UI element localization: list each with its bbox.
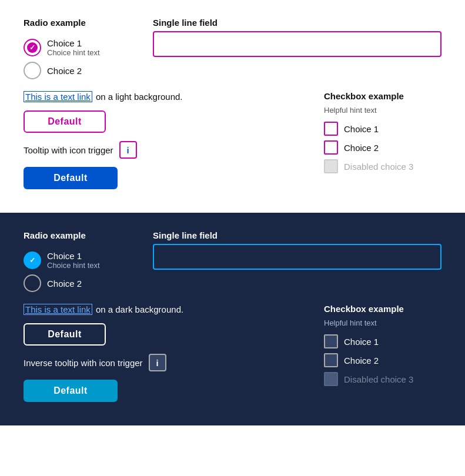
- radio-label-1-light: Choice 1: [47, 38, 100, 48]
- checkbox-box-1-light[interactable]: [324, 122, 338, 136]
- info-icon-label-light: i: [126, 145, 129, 155]
- checkbox-box-3-light: [324, 159, 338, 173]
- checkbox-box-2-dark[interactable]: [324, 353, 338, 367]
- link-row-light: This is a text link on a light backgroun…: [24, 91, 182, 102]
- info-icon-light[interactable]: i: [119, 141, 137, 159]
- text-input-light[interactable]: [153, 31, 441, 57]
- btn-outline-dark[interactable]: Default: [24, 323, 106, 346]
- checkbox-group-dark: Checkbox example Helpful hint text Choic…: [324, 304, 441, 386]
- radio-item-2-light[interactable]: Choice 2: [24, 62, 129, 79]
- field-label-light: Single line field: [153, 18, 441, 28]
- checkbox-hint-dark: Helpful hint text: [324, 319, 441, 327]
- checkbox-group-light: Checkbox example Helpful hint text Choic…: [324, 91, 441, 173]
- radio-label-group-1-dark: Choice 1 Choice hint text: [47, 251, 100, 270]
- checkbox-item-3-light: Disabled choice 3: [324, 159, 441, 173]
- field-label-dark: Single line field: [153, 230, 441, 240]
- checkbox-item-2-dark[interactable]: Choice 2: [324, 353, 441, 367]
- tooltip-row-light: Tooltip with icon trigger i: [24, 141, 182, 159]
- btn-filled-light[interactable]: Default: [24, 167, 118, 189]
- checkbox-box-3-dark: [324, 372, 338, 386]
- field-group-light: Single line field: [153, 18, 441, 57]
- checkbox-box-1-dark[interactable]: [324, 334, 338, 348]
- checkbox-hint-light: Helpful hint text: [324, 106, 441, 115]
- radio-label-2-light: Choice 2: [47, 66, 82, 76]
- radio-label-2-dark: Choice 2: [47, 279, 82, 289]
- checkbox-box-2-light[interactable]: [324, 140, 338, 155]
- radio-circle-2-dark[interactable]: [24, 274, 41, 292]
- dark-section: Radio example ✓ Choice 1 Choice hint tex…: [0, 213, 465, 425]
- radio-group-light: Radio example ✓ Choice 1 Choice hint tex…: [24, 18, 129, 79]
- radio-item-1-dark[interactable]: ✓ Choice 1 Choice hint text: [24, 251, 129, 270]
- btn-outline-light[interactable]: Default: [24, 110, 106, 133]
- info-icon-dark[interactable]: i: [149, 354, 166, 371]
- checkbox-label-1-dark: Choice 1: [344, 337, 379, 347]
- tooltip-row-dark: Inverse tooltip with icon trigger i: [24, 354, 183, 371]
- light-section: Radio example ✓ Choice 1 Choice hint tex…: [0, 0, 465, 213]
- checkbox-title-light: Checkbox example: [324, 91, 441, 101]
- info-icon-label-dark: i: [156, 358, 159, 368]
- btn-filled-dark[interactable]: Default: [24, 380, 118, 402]
- radio-hint-1-dark: Choice hint text: [47, 261, 100, 270]
- checkbox-label-2-light: Choice 2: [344, 143, 379, 153]
- checkbox-item-1-light[interactable]: Choice 1: [324, 122, 441, 136]
- radio-label-1-dark: Choice 1: [47, 251, 100, 261]
- text-input-dark[interactable]: [153, 244, 441, 270]
- radio-circle-1-light[interactable]: ✓: [24, 39, 41, 56]
- tooltip-text-light: Tooltip with icon trigger: [24, 145, 113, 155]
- link-row-dark: This is a text link on a dark background…: [24, 304, 183, 315]
- radio-label-group-1-light: Choice 1 Choice hint text: [47, 38, 100, 57]
- left-col-light: This is a text link on a light backgroun…: [24, 91, 182, 189]
- radio-title-light: Radio example: [24, 18, 129, 28]
- text-link-light[interactable]: This is a text link: [24, 91, 92, 102]
- left-col-dark: This is a text link on a dark background…: [24, 304, 183, 402]
- radio-check-1-dark: ✓: [29, 256, 35, 264]
- text-link-dark[interactable]: This is a text link: [24, 304, 92, 315]
- radio-group-dark: Radio example ✓ Choice 1 Choice hint tex…: [24, 230, 129, 292]
- checkbox-title-dark: Checkbox example: [324, 304, 441, 314]
- radio-check-1-light: ✓: [29, 43, 35, 52]
- checkbox-label-3-light: Disabled choice 3: [344, 162, 413, 172]
- radio-hint-1-light: Choice hint text: [47, 48, 100, 57]
- radio-item-1-light[interactable]: ✓ Choice 1 Choice hint text: [24, 38, 129, 57]
- link-suffix-dark: on a dark background.: [96, 304, 183, 314]
- checkbox-label-2-dark: Choice 2: [344, 356, 379, 366]
- field-group-dark: Single line field: [153, 230, 441, 270]
- checkbox-label-3-dark: Disabled choice 3: [344, 374, 413, 384]
- checkbox-item-3-dark: Disabled choice 3: [324, 372, 441, 386]
- checkbox-label-1-light: Choice 1: [344, 124, 379, 134]
- checkbox-item-2-light[interactable]: Choice 2: [324, 140, 441, 155]
- link-suffix-light: on a light background.: [96, 92, 183, 102]
- radio-title-dark: Radio example: [24, 230, 129, 240]
- radio-item-2-dark[interactable]: Choice 2: [24, 274, 129, 292]
- checkbox-item-1-dark[interactable]: Choice 1: [324, 334, 441, 348]
- radio-circle-2-light[interactable]: [24, 62, 41, 79]
- tooltip-text-dark: Inverse tooltip with icon trigger: [24, 358, 143, 368]
- radio-circle-1-dark[interactable]: ✓: [24, 252, 41, 269]
